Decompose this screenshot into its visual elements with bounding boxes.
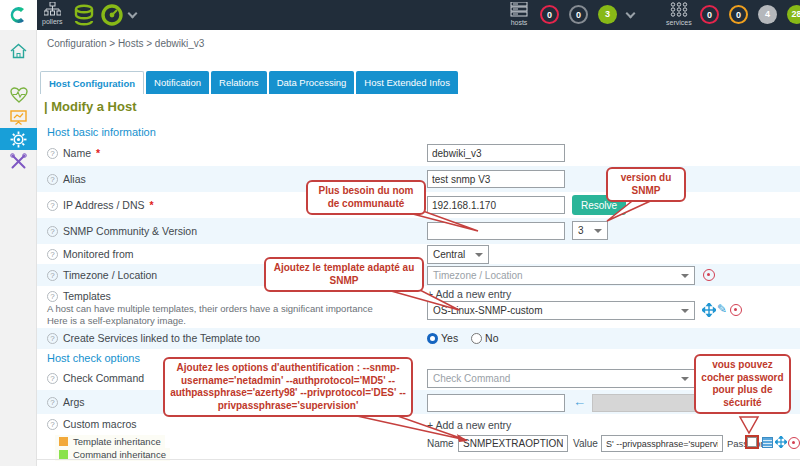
page-title: | Modify a Host bbox=[44, 99, 136, 114]
templates-add-entry-link[interactable]: + Add a new entry bbox=[427, 288, 511, 300]
sidebar-item-administration[interactable] bbox=[0, 150, 37, 172]
pollers-menu[interactable]: pollers bbox=[42, 2, 63, 25]
args-transfer-arrow-icon[interactable]: ← bbox=[573, 394, 586, 409]
database-status[interactable] bbox=[72, 3, 96, 28]
hosts-status-group[interactable]: hosts bbox=[510, 2, 528, 26]
check-command-select[interactable]: Check Command bbox=[427, 369, 695, 388]
required-asterisk: * bbox=[150, 199, 154, 211]
template-selected-value: OS-Linux-SNMP-custom bbox=[433, 305, 542, 316]
macro-name-input[interactable] bbox=[458, 435, 568, 452]
macro-move-icon[interactable] bbox=[775, 436, 787, 450]
name-input[interactable] bbox=[427, 144, 565, 162]
breadcrumb[interactable]: Configuration > Hosts > debwiki_v3 bbox=[47, 38, 204, 49]
templates-help-link[interactable]: Here is a self-explanatory image. bbox=[47, 315, 186, 326]
help-icon[interactable]: ? bbox=[47, 174, 58, 185]
tab-host-extended-infos[interactable]: Host Extended Infos bbox=[356, 71, 458, 94]
snmp-community-input[interactable] bbox=[427, 222, 565, 240]
callout-auth-options: Ajoutez les options d'authentification :… bbox=[163, 357, 413, 417]
chevron-down-icon bbox=[594, 229, 602, 233]
tab-relations[interactable]: Relations bbox=[211, 71, 267, 94]
help-icon[interactable]: ? bbox=[47, 333, 58, 344]
alias-label: Alias bbox=[63, 173, 86, 185]
sidebar-item-reporting[interactable] bbox=[0, 106, 37, 128]
help-icon[interactable]: ? bbox=[47, 397, 58, 408]
sidebar-item-home[interactable] bbox=[0, 40, 37, 62]
chevron-down-icon bbox=[681, 377, 689, 381]
timezone-select[interactable]: Timezone / Location bbox=[427, 266, 695, 285]
timezone-clear-icon[interactable] bbox=[703, 269, 715, 281]
row-create-services: ? Create Services linked to the Template… bbox=[37, 328, 800, 349]
legend-label: Template inheritance bbox=[73, 436, 161, 447]
hosts-pending-count[interactable]: 0 bbox=[569, 5, 588, 24]
centreon-logo-icon bbox=[9, 5, 29, 25]
hosts-down-count[interactable]: 0 bbox=[540, 5, 559, 24]
snmp-label: SNMP Community & Version bbox=[63, 225, 197, 237]
template-select[interactable]: OS-Linux-SNMP-custom bbox=[427, 301, 695, 320]
custom-macros-label: Custom macros bbox=[63, 418, 137, 430]
help-icon[interactable]: ? bbox=[47, 291, 58, 302]
services-critical-count[interactable]: 0 bbox=[700, 5, 719, 24]
required-asterisk: * bbox=[96, 147, 100, 159]
help-icon[interactable]: ? bbox=[47, 270, 58, 281]
help-icon[interactable]: ? bbox=[47, 148, 58, 159]
hosts-icon bbox=[510, 2, 528, 17]
timezone-placeholder: Timezone / Location bbox=[433, 270, 523, 281]
create-services-no-label: No bbox=[485, 332, 498, 344]
help-icon[interactable]: ? bbox=[47, 249, 58, 260]
monitored-from-label: Monitored from bbox=[63, 248, 134, 260]
create-services-no-radio[interactable] bbox=[471, 333, 482, 344]
tab-host-configuration[interactable]: Host Configuration bbox=[40, 71, 144, 94]
database-icon bbox=[72, 3, 96, 27]
help-icon[interactable]: ? bbox=[47, 419, 58, 430]
form-bottom-divider bbox=[37, 459, 800, 460]
help-icon[interactable]: ? bbox=[47, 200, 58, 211]
macro-password-checkbox[interactable] bbox=[747, 437, 757, 447]
macro-value-input[interactable] bbox=[601, 435, 723, 452]
tools-icon bbox=[10, 153, 27, 170]
help-icon[interactable]: ? bbox=[47, 373, 58, 384]
top-bar: pollers bbox=[0, 0, 800, 30]
alias-input[interactable] bbox=[427, 170, 565, 188]
sidebar-item-monitoring[interactable] bbox=[0, 84, 37, 106]
snmp-version-select[interactable]: 3 bbox=[572, 221, 608, 240]
chart-board-icon bbox=[10, 109, 27, 125]
monitored-from-select[interactable]: Central bbox=[427, 245, 489, 264]
template-edit-icon[interactable]: ✎ bbox=[717, 302, 727, 316]
create-services-yes-radio[interactable] bbox=[427, 333, 438, 344]
callout-password: vous pouvez cocher password pour plus de… bbox=[694, 354, 791, 414]
services-status-group[interactable]: services bbox=[666, 2, 692, 26]
orange-swatch-icon bbox=[59, 437, 68, 446]
pollers-label: pollers bbox=[42, 18, 63, 25]
args-label: Args bbox=[63, 396, 85, 408]
tab-bar: Host Configuration Notification Relation… bbox=[40, 71, 458, 94]
ip-input[interactable] bbox=[427, 196, 565, 214]
pollers-icon bbox=[44, 2, 61, 16]
topbar-chevron-down-icon[interactable] bbox=[128, 9, 138, 19]
template-delete-icon[interactable] bbox=[730, 304, 742, 316]
tab-notification[interactable]: Notification bbox=[146, 71, 209, 94]
centreon-logo[interactable] bbox=[0, 0, 37, 30]
macro-list-icon[interactable] bbox=[762, 437, 773, 448]
hosts-label: hosts bbox=[510, 19, 528, 26]
tab-data-processing[interactable]: Data Processing bbox=[269, 71, 355, 94]
legend-template-inheritance: Template inheritance bbox=[55, 435, 165, 448]
row-snmp: ? SNMP Community & Version bbox=[37, 218, 800, 244]
hosts-up-count[interactable]: 3 bbox=[598, 5, 617, 24]
create-services-yes-label: Yes bbox=[441, 332, 458, 344]
services-ok-count[interactable]: 28 bbox=[787, 5, 800, 24]
sidebar-item-configuration[interactable] bbox=[0, 128, 37, 150]
hosts-chevron-down-icon[interactable] bbox=[626, 9, 636, 19]
chevron-down-icon bbox=[475, 253, 483, 257]
services-warning-count[interactable]: 0 bbox=[729, 5, 748, 24]
template-move-icon[interactable] bbox=[702, 303, 716, 319]
services-pending-count[interactable]: 4 bbox=[758, 5, 777, 24]
templates-help-text: A host can have multiple templates, thei… bbox=[47, 303, 373, 314]
sidebar bbox=[0, 30, 37, 466]
macro-delete-icon[interactable] bbox=[788, 437, 800, 449]
snmp-version-value: 3 bbox=[578, 225, 584, 236]
gauge-status[interactable] bbox=[100, 3, 124, 28]
args-input[interactable] bbox=[427, 394, 565, 412]
help-icon[interactable]: ? bbox=[47, 226, 58, 237]
row-name: ? Name * bbox=[37, 140, 800, 166]
macros-add-entry-link[interactable]: + Add a new entry bbox=[427, 419, 511, 431]
